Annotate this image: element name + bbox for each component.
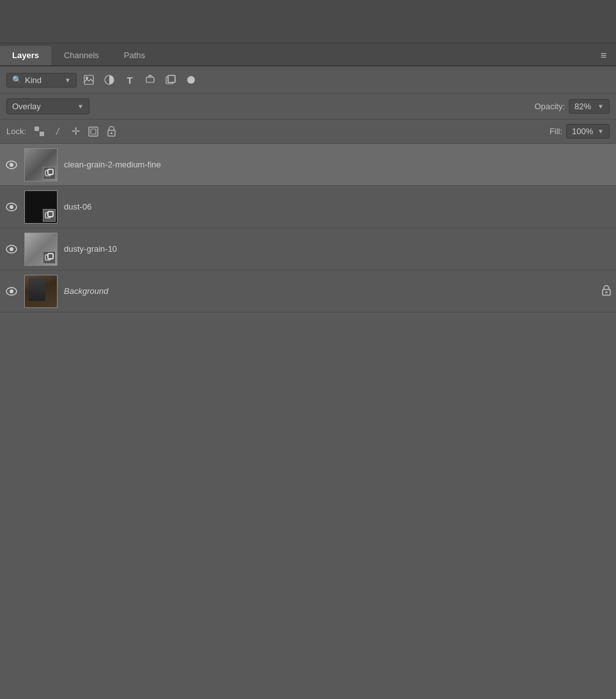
tab-layers[interactable]: Layers bbox=[0, 46, 51, 65]
svg-point-18 bbox=[111, 132, 112, 134]
layers-list: clean-grain-2-medium-fine dust-06 bbox=[0, 144, 616, 312]
layer-locked-icon bbox=[602, 285, 611, 298]
blend-mode-arrow: ▼ bbox=[77, 103, 84, 110]
fill-wrapper: Fill: 100% ▼ bbox=[550, 124, 610, 139]
svg-point-30 bbox=[10, 247, 13, 251]
svg-point-10 bbox=[187, 76, 195, 84]
opacity-wrapper: Opacity: 82% ▼ bbox=[534, 99, 610, 114]
opacity-input[interactable]: 82% ▼ bbox=[569, 99, 610, 114]
adjustment-filter-icon[interactable] bbox=[101, 72, 118, 88]
fill-value: 100% bbox=[572, 127, 595, 136]
svg-rect-11 bbox=[35, 127, 39, 131]
layer-thumbnail bbox=[24, 190, 58, 224]
layer-visibility-toggle[interactable] bbox=[5, 158, 18, 171]
lock-label: Lock: bbox=[6, 127, 26, 136]
svg-point-35 bbox=[10, 289, 13, 293]
lock-image-pixels-btn[interactable]: / bbox=[50, 125, 65, 139]
svg-point-37 bbox=[606, 291, 608, 293]
lock-transparent-pixels-btn[interactable] bbox=[33, 125, 47, 139]
lock-artboard-btn[interactable] bbox=[86, 125, 100, 139]
opacity-arrow: ▼ bbox=[597, 103, 604, 110]
svg-rect-22 bbox=[48, 169, 53, 174]
svg-rect-0 bbox=[84, 75, 93, 84]
blend-opacity-bar: Overlay ▼ Opacity: 82% ▼ bbox=[0, 94, 616, 119]
layer-visibility-toggle[interactable] bbox=[5, 243, 18, 256]
svg-rect-12 bbox=[40, 127, 44, 131]
kind-filter-select[interactable]: 🔍 Kind ▼ bbox=[6, 73, 77, 88]
lock-all-btn[interactable] bbox=[104, 125, 118, 139]
svg-rect-15 bbox=[89, 127, 98, 136]
opacity-label: Opacity: bbox=[534, 102, 565, 111]
layer-visibility-toggle[interactable] bbox=[5, 285, 18, 298]
blend-mode-select[interactable]: Overlay ▼ bbox=[6, 98, 89, 114]
svg-rect-13 bbox=[35, 132, 39, 136]
pixel-filter-icon[interactable] bbox=[183, 72, 199, 88]
layer-thumbnail bbox=[24, 233, 58, 266]
kind-filter-arrow: ▼ bbox=[65, 77, 71, 84]
opacity-value: 82% bbox=[574, 102, 595, 111]
panel-menu-icon[interactable]: ≡ bbox=[592, 46, 616, 65]
svg-rect-27 bbox=[48, 211, 53, 217]
layer-row[interactable]: dusty-grain-10 bbox=[0, 228, 616, 270]
fill-arrow: ▼ bbox=[597, 128, 604, 135]
blend-mode-label: Overlay bbox=[12, 102, 75, 111]
lock-fill-bar: Lock: / ✛ Fill: 100% ▼ bbox=[0, 119, 616, 144]
svg-rect-16 bbox=[91, 129, 96, 134]
svg-rect-3 bbox=[146, 77, 154, 82]
tab-paths[interactable]: Paths bbox=[112, 46, 157, 65]
lock-position-btn[interactable]: ✛ bbox=[68, 125, 82, 139]
search-icon: 🔍 bbox=[12, 75, 22, 84]
svg-point-20 bbox=[10, 163, 13, 167]
layer-row[interactable]: dust-06 bbox=[0, 186, 616, 228]
layer-name: Background bbox=[64, 286, 596, 296]
layer-name: dust-06 bbox=[64, 202, 611, 211]
layer-visibility-toggle[interactable] bbox=[5, 201, 18, 213]
layer-name: clean-grain-2-medium-fine bbox=[64, 160, 611, 169]
top-bar bbox=[0, 0, 616, 43]
shape-filter-icon[interactable] bbox=[142, 72, 158, 88]
empty-panel-area bbox=[0, 312, 616, 568]
tabs-bar: Layers Channels Paths ≡ bbox=[0, 43, 616, 66]
layer-name: dusty-grain-10 bbox=[64, 244, 611, 254]
layer-thumbnail bbox=[24, 275, 58, 308]
type-filter-icon[interactable]: T bbox=[121, 72, 138, 88]
layer-row[interactable]: clean-grain-2-medium-fine bbox=[0, 144, 616, 186]
svg-rect-14 bbox=[40, 132, 44, 136]
smart-obj-filter-icon[interactable] bbox=[162, 72, 179, 88]
svg-point-25 bbox=[10, 205, 13, 209]
image-filter-icon[interactable] bbox=[81, 72, 97, 88]
fill-label: Fill: bbox=[550, 127, 562, 136]
svg-rect-32 bbox=[48, 254, 53, 259]
filter-bar: 🔍 Kind ▼ T bbox=[0, 66, 616, 94]
kind-filter-label: Kind bbox=[25, 75, 61, 85]
layer-row[interactable]: Background bbox=[0, 270, 616, 312]
svg-rect-8 bbox=[168, 75, 175, 82]
tab-channels[interactable]: Channels bbox=[52, 46, 111, 65]
fill-input[interactable]: 100% ▼ bbox=[566, 124, 610, 139]
layer-thumbnail bbox=[24, 148, 58, 181]
